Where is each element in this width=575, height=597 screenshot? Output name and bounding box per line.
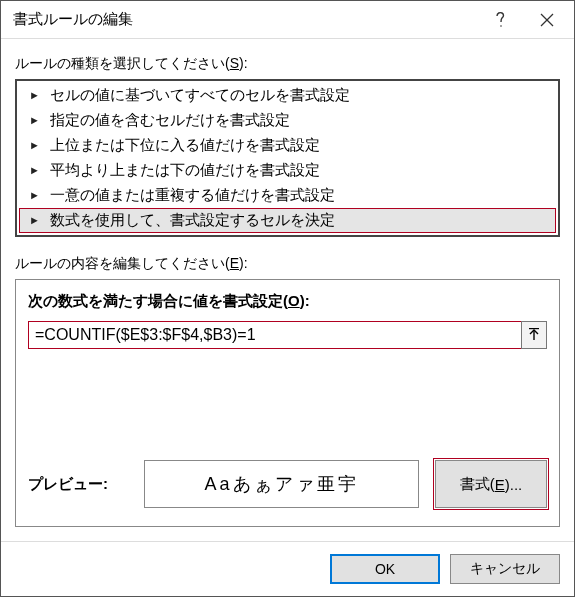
- rule-type-item-label: 上位または下位に入る値だけを書式設定: [50, 136, 320, 155]
- rule-type-section-label: ルールの種類を選択してください(S):: [15, 55, 560, 73]
- edit-format-rule-dialog: 書式ルールの編集 ルールの種類を選択してください(S): ►セルの値に基づいてす…: [0, 0, 575, 597]
- cancel-button[interactable]: キャンセル: [450, 554, 560, 584]
- rule-content-panel: 次の数式を満たす場合に値を書式設定(O): プレビュー: Aaあぁアァ亜宇 書式…: [15, 279, 560, 527]
- formula-input[interactable]: [28, 321, 521, 349]
- rule-type-item[interactable]: ►セルの値に基づいてすべてのセルを書式設定: [19, 83, 556, 108]
- rule-type-item[interactable]: ►数式を使用して、書式設定するセルを決定: [19, 208, 556, 233]
- rule-type-item-label: セルの値に基づいてすべてのセルを書式設定: [50, 86, 350, 105]
- rule-type-item-label: 数式を使用して、書式設定するセルを決定: [50, 211, 335, 230]
- rule-type-item-label: 指定の値を含むセルだけを書式設定: [50, 111, 290, 130]
- play-icon: ►: [29, 215, 40, 226]
- svg-rect-4: [529, 328, 539, 329]
- formula-row: [28, 321, 547, 349]
- rule-content-section-label: ルールの内容を編集してください(E):: [15, 255, 560, 273]
- titlebar: 書式ルールの編集: [1, 1, 574, 39]
- play-icon: ►: [29, 190, 40, 201]
- rule-type-item[interactable]: ►平均より上または下の値だけを書式設定: [19, 158, 556, 183]
- preview-label: プレビュー:: [28, 475, 128, 494]
- ok-button[interactable]: OK: [330, 554, 440, 584]
- help-button[interactable]: [478, 2, 524, 38]
- preview-sample: Aaあぁアァ亜宇: [144, 460, 419, 508]
- dialog-title: 書式ルールの編集: [13, 10, 478, 29]
- close-button[interactable]: [524, 2, 570, 38]
- formula-label: 次の数式を満たす場合に値を書式設定(O):: [28, 292, 547, 311]
- rule-type-item-label: 平均より上または下の値だけを書式設定: [50, 161, 320, 180]
- rule-type-item[interactable]: ►一意の値または重複する値だけを書式設定: [19, 183, 556, 208]
- play-icon: ►: [29, 165, 40, 176]
- collapse-dialog-button[interactable]: [521, 321, 547, 349]
- play-icon: ►: [29, 115, 40, 126]
- rule-type-item[interactable]: ►指定の値を含むセルだけを書式設定: [19, 108, 556, 133]
- dialog-footer: OK キャンセル: [1, 541, 574, 596]
- play-icon: ►: [29, 140, 40, 151]
- rule-type-list[interactable]: ►セルの値に基づいてすべてのセルを書式設定►指定の値を含むセルだけを書式設定►上…: [15, 79, 560, 237]
- format-button[interactable]: 書式(E)...: [435, 460, 547, 508]
- rule-type-item[interactable]: ►上位または下位に入る値だけを書式設定: [19, 133, 556, 158]
- play-icon: ►: [29, 90, 40, 101]
- svg-point-0: [500, 25, 502, 27]
- rule-type-item-label: 一意の値または重複する値だけを書式設定: [50, 186, 335, 205]
- preview-row: プレビュー: Aaあぁアァ亜宇 書式(E)...: [28, 460, 547, 508]
